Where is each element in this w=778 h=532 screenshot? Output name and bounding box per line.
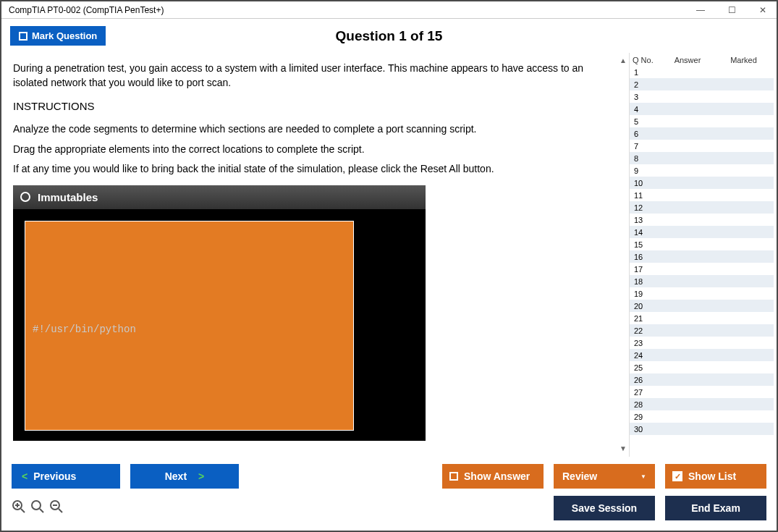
question-row[interactable]: 23 bbox=[630, 337, 774, 349]
previous-label: Previous bbox=[33, 470, 76, 482]
question-row[interactable]: 25 bbox=[630, 361, 774, 373]
question-number: 25 bbox=[634, 363, 656, 372]
footer-row-1: < Previous Next > Show Answer Review ▼ ✓… bbox=[12, 464, 766, 489]
question-row[interactable]: 9 bbox=[630, 164, 774, 177]
question-row[interactable]: 8 bbox=[630, 152, 774, 164]
question-row[interactable]: 28 bbox=[630, 398, 774, 410]
question-number: 28 bbox=[634, 400, 656, 409]
question-row[interactable]: 19 bbox=[630, 287, 774, 300]
question-row[interactable]: 1 bbox=[630, 66, 774, 78]
question-number: 19 bbox=[634, 290, 656, 298]
save-session-button[interactable]: Save Session bbox=[554, 496, 655, 520]
instruction-line-3: If at any time you would like to bring b… bbox=[13, 162, 620, 177]
question-row[interactable]: 17 bbox=[630, 263, 774, 275]
question-number: 1 bbox=[634, 68, 656, 77]
end-exam-label: End Exam bbox=[691, 502, 740, 514]
instruction-line-2: Drag the appropriate elements into the c… bbox=[13, 143, 620, 157]
question-number: 7 bbox=[634, 142, 656, 151]
svg-point-4 bbox=[32, 501, 41, 510]
end-exam-button[interactable]: End Exam bbox=[665, 496, 766, 520]
question-row[interactable]: 13 bbox=[630, 214, 774, 226]
close-icon[interactable]: ✕ bbox=[753, 4, 772, 17]
question-row[interactable]: 16 bbox=[630, 250, 774, 263]
question-number: 11 bbox=[634, 191, 656, 200]
question-list-body[interactable]: 1234567891011121314151617181920212223242… bbox=[630, 66, 774, 457]
scroll-down-icon[interactable]: ▼ bbox=[620, 444, 627, 454]
question-number: 30 bbox=[634, 425, 656, 434]
show-list-button[interactable]: ✓ Show List bbox=[665, 464, 766, 489]
review-button[interactable]: Review ▼ bbox=[554, 464, 655, 489]
content-scroll-indicator: ▲ ▼ bbox=[617, 56, 629, 454]
question-counter: Question 1 of 15 bbox=[336, 28, 443, 44]
question-row[interactable]: 30 bbox=[630, 423, 774, 435]
question-row[interactable]: 22 bbox=[630, 324, 774, 337]
question-row[interactable]: 5 bbox=[630, 115, 774, 127]
check-icon: ✓ bbox=[672, 471, 682, 481]
question-content[interactable]: During a penetration test, you gain acce… bbox=[4, 53, 629, 457]
question-row[interactable]: 24 bbox=[630, 349, 774, 361]
question-number: 2 bbox=[634, 80, 656, 89]
question-number: 17 bbox=[634, 265, 656, 274]
chevron-down-icon: ▼ bbox=[640, 473, 646, 480]
header-bar: Mark Question Question 1 of 15 bbox=[1, 19, 777, 53]
question-number: 24 bbox=[634, 351, 656, 360]
question-row[interactable]: 26 bbox=[630, 373, 774, 386]
question-row[interactable]: 20 bbox=[630, 300, 774, 312]
question-row[interactable]: 11 bbox=[630, 189, 774, 201]
save-session-label: Save Session bbox=[572, 502, 637, 514]
question-number: 29 bbox=[634, 413, 656, 421]
code-line: #!/usr/bin/python bbox=[33, 324, 136, 335]
review-label: Review bbox=[562, 470, 597, 482]
question-list-header: Q No. Answer Marked bbox=[630, 53, 774, 66]
question-number: 22 bbox=[634, 326, 656, 335]
previous-button[interactable]: < Previous bbox=[12, 464, 120, 489]
question-row[interactable]: 3 bbox=[630, 90, 774, 103]
code-drop-zone[interactable]: #!/usr/bin/python bbox=[25, 221, 354, 431]
question-number: 6 bbox=[634, 130, 656, 138]
question-intro: During a penetration test, you gain acce… bbox=[13, 62, 620, 90]
simulation-title: Immutables bbox=[38, 190, 98, 205]
minimize-icon[interactable]: — bbox=[690, 4, 711, 17]
checkbox-icon bbox=[449, 472, 458, 481]
question-row[interactable]: 2 bbox=[630, 78, 774, 90]
titlebar: CompTIA PT0-002 (CompTIA PenTest+) — ☐ ✕ bbox=[1, 1, 777, 19]
app-window: CompTIA PT0-002 (CompTIA PenTest+) — ☐ ✕… bbox=[0, 0, 778, 532]
svg-line-1 bbox=[21, 509, 25, 512]
col-marked: Marked bbox=[716, 56, 771, 64]
next-button[interactable]: Next > bbox=[130, 464, 239, 489]
show-answer-label: Show Answer bbox=[464, 470, 530, 482]
question-row[interactable]: 21 bbox=[630, 312, 774, 324]
simulation-title-bar: Immutables bbox=[13, 185, 426, 209]
col-qno: Q No. bbox=[633, 56, 659, 64]
question-row[interactable]: 18 bbox=[630, 275, 774, 287]
maximize-icon[interactable]: ☐ bbox=[722, 4, 742, 17]
mark-question-label: Mark Question bbox=[32, 30, 97, 41]
question-row[interactable]: 27 bbox=[630, 386, 774, 398]
svg-line-7 bbox=[59, 509, 62, 512]
question-row[interactable]: 29 bbox=[630, 410, 774, 423]
chevron-right-icon: > bbox=[198, 470, 204, 482]
show-list-label: Show List bbox=[688, 470, 736, 482]
zoom-out-icon[interactable] bbox=[49, 499, 64, 518]
chevron-left-icon: < bbox=[22, 470, 28, 482]
instruction-line-1: Analyze the code segments to determine w… bbox=[13, 122, 620, 137]
question-row[interactable]: 14 bbox=[630, 226, 774, 238]
question-row[interactable]: 4 bbox=[630, 103, 774, 115]
zoom-in-icon[interactable] bbox=[12, 499, 26, 518]
question-number: 12 bbox=[634, 203, 656, 212]
mark-question-button[interactable]: Mark Question bbox=[10, 26, 106, 46]
show-answer-button[interactable]: Show Answer bbox=[442, 464, 544, 489]
question-number: 23 bbox=[634, 339, 656, 347]
question-row[interactable]: 15 bbox=[630, 238, 774, 250]
footer-row-2: Save Session End Exam bbox=[12, 496, 766, 520]
question-row[interactable]: 12 bbox=[630, 201, 774, 214]
scroll-up-icon[interactable]: ▲ bbox=[620, 56, 627, 66]
question-row[interactable]: 7 bbox=[630, 140, 774, 152]
circle-icon bbox=[20, 192, 30, 202]
question-row[interactable]: 6 bbox=[630, 127, 774, 140]
question-row[interactable]: 10 bbox=[630, 177, 774, 189]
zoom-icon[interactable] bbox=[30, 499, 45, 518]
question-number: 15 bbox=[634, 240, 656, 249]
instructions-heading: INSTRUCTIONS bbox=[13, 98, 620, 114]
question-number: 27 bbox=[634, 388, 656, 397]
